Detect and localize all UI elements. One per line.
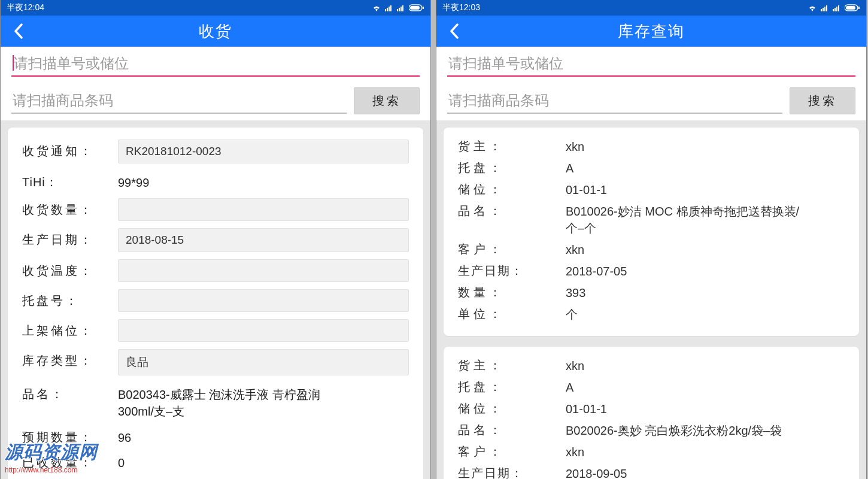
back-button[interactable]: [441, 16, 468, 47]
prod-date-label: 生产日期：: [22, 228, 118, 248]
expect-qty-label: 预期数量：: [22, 426, 118, 445]
status-icons: [808, 4, 860, 11]
product-label: 品名：: [458, 422, 566, 438]
customer-value: xkn: [566, 444, 584, 460]
signal-icon-2: [397, 4, 405, 11]
search-button[interactable]: 搜索: [790, 87, 855, 114]
pd-label: 生产日期：: [458, 263, 566, 279]
left-phone: 半夜12:04 收货 搜索 收货通知： RK20181012-0023: [0, 0, 431, 479]
svg-rect-1: [387, 8, 388, 11]
prod-date-input[interactable]: 2018-08-15: [118, 228, 409, 252]
status-icons: [372, 4, 424, 11]
shelf-label: 上架储位：: [22, 319, 118, 339]
signal-icon-2: [833, 4, 841, 11]
qty-value: 393: [566, 284, 585, 301]
page-title: 库存查询: [618, 21, 685, 42]
svg-rect-0: [385, 9, 386, 11]
expect-qty-value: 96: [118, 426, 131, 446]
signal-icon: [821, 4, 829, 11]
status-bar: 半夜12:03: [436, 0, 866, 16]
notice-label: 收货通知：: [22, 140, 118, 159]
pallet-label: 托盘号：: [22, 289, 118, 309]
product-value: B020343-威露士 泡沫洗手液 青柠盈润 300ml/支–支: [118, 383, 345, 420]
status-time: 半夜12:03: [442, 2, 480, 13]
unit-label: 单位：: [22, 476, 118, 479]
svg-rect-3: [390, 5, 391, 11]
app-header: 库存查询: [436, 16, 866, 47]
customer-value: xkn: [566, 241, 584, 258]
stock-type-label: 库存类型：: [22, 349, 118, 369]
loc-value: 01-01-1: [566, 181, 607, 198]
pallet-value: A: [566, 160, 573, 177]
qty-label: 收货数量：: [22, 198, 118, 218]
back-button[interactable]: [5, 16, 32, 47]
svg-rect-15: [833, 9, 834, 11]
svg-rect-5: [399, 8, 400, 11]
pd-value: 2018-09-05: [566, 465, 627, 479]
search-zone: 搜索: [436, 47, 866, 120]
owner-value: xkn: [566, 138, 584, 155]
pallet-input[interactable]: [118, 289, 409, 312]
loc-label: 储位：: [458, 181, 566, 198]
page-title: 收货: [199, 21, 232, 42]
signal-icon: [385, 4, 393, 11]
content-area: 收货通知： RK20181012-0023 TiHi： 99*99 收货数量： …: [1, 120, 430, 479]
temp-label: 收货温度：: [22, 259, 118, 279]
product-label: 品名：: [458, 203, 566, 219]
barcode-input[interactable]: [447, 89, 782, 114]
pallet-label: 托盘：: [458, 160, 566, 176]
pd-value: 2018-07-05: [566, 263, 627, 280]
svg-rect-21: [858, 7, 860, 9]
svg-rect-4: [397, 9, 398, 11]
svg-rect-16: [834, 8, 836, 11]
tihi-value: 99*99: [118, 171, 149, 191]
owner-label: 货主：: [458, 138, 566, 154]
right-phone: 半夜12:03 库存查询 搜索 货主：xkn 托盘：A 储位：01-01-1 品…: [436, 0, 867, 479]
tihi-label: TiHi：: [22, 171, 118, 190]
qty-label: 数量：: [458, 284, 566, 301]
shelf-input[interactable]: [118, 319, 409, 342]
temp-input[interactable]: [118, 259, 409, 282]
barcode-input[interactable]: [11, 89, 347, 114]
text-cursor: [13, 55, 14, 71]
pd-label: 生产日期：: [458, 465, 566, 479]
pallet-value: A: [566, 379, 573, 396]
customer-label: 客户：: [458, 444, 566, 460]
product-value: B020026-奥妙 亮白焕彩洗衣粉2kg/袋–袋: [566, 422, 782, 439]
svg-rect-9: [410, 6, 420, 10]
notice-value[interactable]: RK20181012-0023: [118, 140, 409, 163]
wifi-icon: [808, 4, 817, 11]
svg-rect-10: [423, 7, 424, 9]
receive-form-card: 收货通知： RK20181012-0023 TiHi： 99*99 收货数量： …: [8, 128, 423, 479]
stock-card[interactable]: 货主：xkn 托盘：A 储位：01-01-1 品名：B010026-妙洁 MOC…: [444, 128, 859, 336]
stock-card[interactable]: 货主：xkn 托盘：A 储位：01-01-1 品名：B020026-奥妙 亮白焕…: [444, 347, 859, 479]
unit-value: 个: [566, 306, 578, 323]
battery-icon: [845, 4, 860, 11]
product-value: B010026-妙洁 MOC 棉质神奇拖把送替换装/个–个: [566, 203, 805, 237]
svg-rect-7: [402, 5, 403, 11]
scan-input[interactable]: [447, 51, 855, 77]
svg-rect-11: [821, 9, 822, 11]
battery-icon: [409, 4, 424, 11]
received-qty-label: 已收数量：: [22, 451, 118, 471]
svg-rect-18: [838, 5, 839, 11]
search-button[interactable]: 搜索: [354, 87, 420, 114]
unit-label: 单位：: [458, 306, 566, 322]
customer-label: 客户：: [458, 241, 566, 257]
unit-value: 支: [118, 476, 130, 479]
svg-rect-13: [824, 7, 825, 11]
owner-label: 货主：: [458, 357, 566, 374]
content-area[interactable]: 货主：xkn 托盘：A 储位：01-01-1 品名：B010026-妙洁 MOC…: [436, 120, 866, 479]
svg-rect-6: [400, 7, 402, 11]
stock-type-select[interactable]: 良品: [118, 349, 409, 375]
status-time: 半夜12:04: [7, 2, 44, 13]
qty-input[interactable]: [118, 198, 409, 221]
status-bar: 半夜12:04: [1, 0, 430, 16]
svg-rect-14: [826, 5, 827, 11]
svg-rect-12: [823, 8, 824, 11]
search-zone: 搜索: [1, 47, 430, 120]
svg-rect-2: [389, 7, 390, 11]
app-header: 收货: [1, 16, 430, 47]
scan-input[interactable]: [11, 51, 420, 77]
owner-value: xkn: [566, 357, 584, 374]
